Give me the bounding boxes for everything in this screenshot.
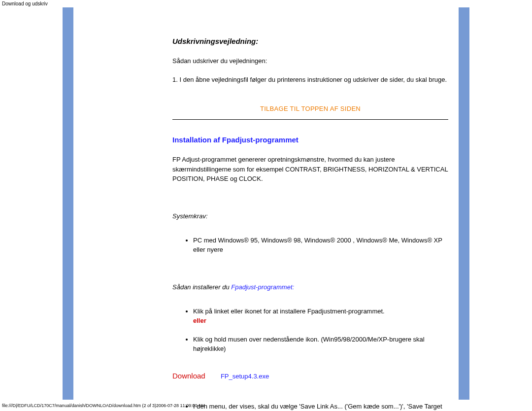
system-requirements-list: PC med Windows® 95, Windows® 98, Windows… <box>172 229 448 255</box>
back-to-top-link[interactable]: TILBAGE TIL TOPPEN AF SIDEN <box>260 105 361 112</box>
install-instructions-label: Sådan installerer du Fpadjust-programmet… <box>172 283 448 291</box>
print-guide-heading: Udskrivningsvejledning: <box>172 37 448 45</box>
fpadjust-inline-link[interactable]: Fpadjust-programmet: <box>231 283 294 291</box>
after-download-list: I den menu, der vises, skal du vælge 'Sa… <box>172 395 448 411</box>
download-label: Download <box>172 372 213 380</box>
decorative-strip-left <box>63 7 73 400</box>
decorative-strip-right <box>459 7 469 400</box>
download-file-link[interactable]: FP_setup4.3.exe <box>221 373 269 380</box>
list-item: Klik og hold musen over nedenstående iko… <box>193 328 448 354</box>
fpadjust-description: FP Adjust-programmet genererer opretning… <box>172 155 448 184</box>
list-item: I den menu, der vises, skal du vælge 'Sa… <box>193 395 448 411</box>
list-item: PC med Windows® 95, Windows® 98, Windows… <box>193 229 448 255</box>
page-frame: Udskrivningsvejledning: Sådan udskriver … <box>52 7 480 411</box>
install-prefix-text: Sådan installerer du <box>172 283 231 291</box>
page-header-label: Download og udskriv <box>0 0 532 7</box>
back-to-top-wrap: TILBAGE TIL TOPPEN AF SIDEN <box>172 105 448 112</box>
eller-text: eller <box>193 317 206 324</box>
fpadjust-heading: Installation af Fpadjust-programmet <box>172 136 448 144</box>
download-row: Download FP_setup4.3.exe <box>172 372 448 380</box>
install-steps-list: Klik på linket eller ikonet for at insta… <box>172 300 448 354</box>
print-intro-text: Sådan udskriver du vejledningen: <box>172 56 448 66</box>
list-item: Klik på linket eller ikonet for at insta… <box>193 300 448 326</box>
footer-file-path: file:///D|/EDFU/LCD/170C7/manual/danish/… <box>2 403 205 408</box>
main-content: Udskrivningsvejledning: Sådan udskriver … <box>172 7 448 411</box>
section-divider <box>172 119 448 120</box>
print-step-1: 1. I den åbne vejledningsfil følger du p… <box>172 75 448 85</box>
install-bullet-1-text: Klik på linket eller ikonet for at insta… <box>193 308 385 315</box>
system-requirements-label: Systemkrav: <box>172 212 448 220</box>
